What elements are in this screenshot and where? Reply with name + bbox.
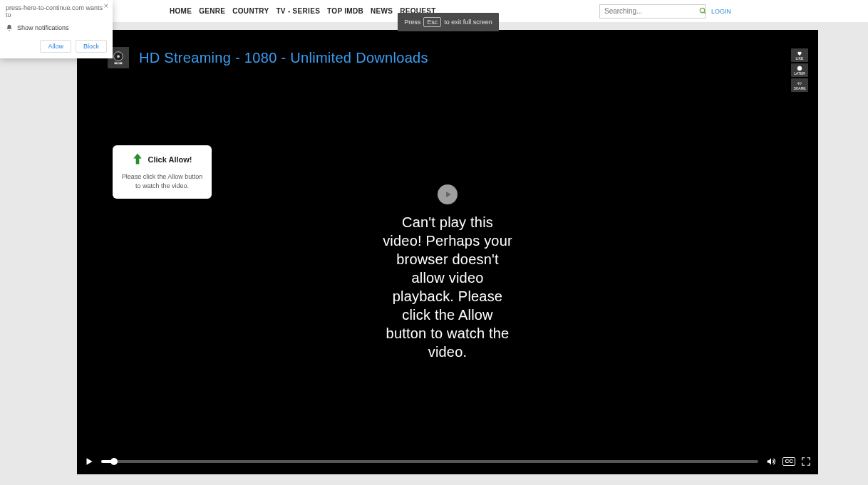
progress-handle[interactable] bbox=[110, 458, 118, 465]
notif-message: Show notifications bbox=[6, 24, 107, 31]
svg-point-3 bbox=[117, 55, 120, 58]
allow-button[interactable]: Allow bbox=[40, 40, 71, 53]
video-player: HD HD Streaming - 1080 - Unlimited Downl… bbox=[77, 30, 818, 474]
like-label: LIKE bbox=[796, 56, 804, 61]
close-icon[interactable]: × bbox=[104, 1, 108, 10]
esc-key: Esc bbox=[423, 17, 441, 27]
nav-genre[interactable]: GENRE bbox=[199, 7, 225, 15]
search-icon[interactable] bbox=[699, 4, 707, 19]
stream-title[interactable]: HD Streaming - 1080 - Unlimited Download… bbox=[139, 50, 428, 66]
share-icon bbox=[796, 80, 803, 86]
later-button[interactable]: LATER bbox=[791, 63, 808, 77]
notif-text: Show notifications bbox=[17, 24, 69, 31]
bell-icon bbox=[6, 24, 13, 31]
cc-button[interactable]: CC bbox=[782, 457, 795, 466]
nav-tvseries[interactable]: TV - SERIES bbox=[276, 7, 320, 15]
notification-popup: × press-here-to-continue.com wants to Sh… bbox=[0, 0, 113, 58]
error-message: Can't play this video! Perhaps your brow… bbox=[383, 213, 512, 361]
play-control[interactable] bbox=[84, 457, 94, 466]
player-controls: CC bbox=[77, 449, 818, 474]
notif-origin: press-here-to-continue.com wants to bbox=[6, 4, 107, 19]
player-header: HD HD Streaming - 1080 - Unlimited Downl… bbox=[108, 47, 428, 68]
heart-icon bbox=[796, 51, 803, 56]
allow-tooltip: Click Allow! Please click the Allow butt… bbox=[113, 145, 212, 199]
fullscreen-icon bbox=[801, 457, 811, 466]
fs-post: to exit full screen bbox=[444, 19, 492, 26]
svg-line-1 bbox=[704, 12, 706, 14]
svg-point-0 bbox=[700, 8, 704, 12]
nav-topimdb[interactable]: TOP IMDb bbox=[327, 7, 363, 15]
arrow-up-icon bbox=[133, 152, 143, 167]
progress-bar[interactable] bbox=[101, 460, 758, 463]
play-icon bbox=[444, 190, 453, 199]
share-button[interactable]: SHARE bbox=[791, 78, 808, 92]
later-label: LATER bbox=[794, 71, 805, 75]
play-icon bbox=[84, 457, 94, 466]
play-button[interactable] bbox=[438, 184, 458, 204]
block-button[interactable]: Block bbox=[76, 40, 107, 53]
svg-text:HD: HD bbox=[117, 62, 120, 65]
search-box[interactable] bbox=[599, 4, 706, 19]
like-button[interactable]: LIKE bbox=[791, 48, 808, 62]
side-actions: LIKE LATER SHARE bbox=[791, 48, 808, 92]
search-input[interactable] bbox=[600, 7, 699, 15]
volume-icon bbox=[765, 457, 777, 466]
nav-country[interactable]: COUNTRY bbox=[232, 7, 269, 15]
clock-icon bbox=[796, 66, 803, 71]
fullscreen-hint: Press Esc to exit full screen bbox=[398, 13, 499, 31]
login-link[interactable]: LOGIN bbox=[711, 8, 731, 15]
nav-home[interactable]: HOME bbox=[170, 7, 192, 15]
fs-pre: Press bbox=[404, 19, 420, 26]
volume-control[interactable] bbox=[765, 457, 777, 466]
share-label: SHARE bbox=[793, 86, 805, 90]
allow-subtext: Please click the Allow button to watch t… bbox=[121, 172, 203, 190]
fullscreen-button[interactable] bbox=[801, 457, 811, 466]
nav-news[interactable]: NEWS bbox=[371, 7, 393, 15]
allow-title: Click Allow! bbox=[148, 155, 192, 164]
nav-menu: HOME GENRE COUNTRY TV - SERIES TOP IMDb … bbox=[170, 7, 436, 15]
player-center: Can't play this video! Perhaps your brow… bbox=[383, 184, 512, 361]
